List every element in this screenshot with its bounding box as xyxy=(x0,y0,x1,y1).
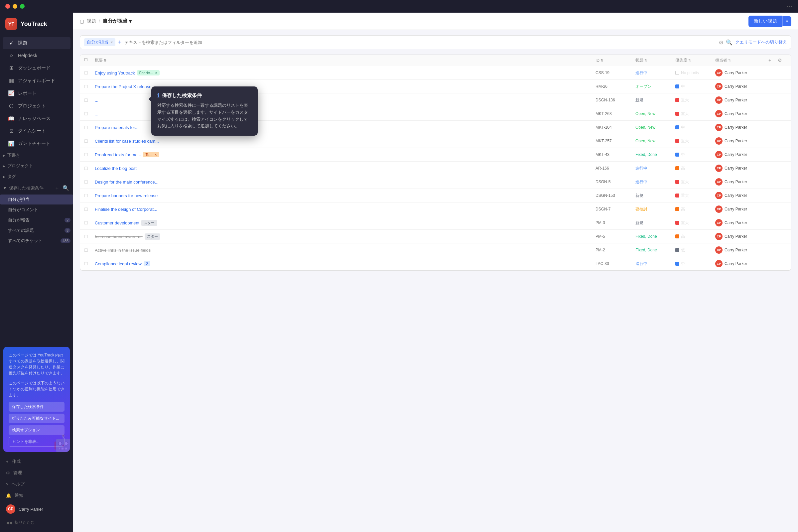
row-checkbox[interactable]: ☐ xyxy=(84,98,95,103)
saved-searches-toggle[interactable]: ▼ 保存した検索条件 xyxy=(3,185,43,191)
row-checkbox[interactable]: ☐ xyxy=(84,152,95,157)
query-mode-link[interactable]: クエリモードへの切り替え xyxy=(735,39,787,45)
saved-search-all-tickets[interactable]: すべてのチケット 485 xyxy=(0,236,73,246)
col-state[interactable]: 状態 ⇅ xyxy=(635,58,675,63)
col-summary[interactable]: 概要 ⇅ xyxy=(95,58,595,63)
row-checkbox[interactable]: ☐ xyxy=(84,84,95,89)
search-saved-searches-button[interactable]: 🔍 xyxy=(61,184,71,192)
assignee-avatar: CP xyxy=(715,206,723,213)
sidebar-create[interactable]: + 作成 xyxy=(3,456,71,467)
drafts-section[interactable]: ▶ 下書き xyxy=(0,150,73,160)
breadcrumb-issues[interactable]: 課題 xyxy=(87,18,96,24)
saved-search-reported[interactable]: 自分が報告 2 xyxy=(0,215,73,225)
sidebar-item-agile[interactable]: ▦ アジャイルボード xyxy=(3,75,71,87)
row-checkbox[interactable]: ☐ xyxy=(84,71,95,75)
row-checkbox[interactable]: ☐ xyxy=(84,166,95,171)
row-checkbox[interactable]: ☐ xyxy=(84,139,95,144)
issue-id[interactable]: DSGN-153 xyxy=(595,193,635,198)
saved-searches-section: ▼ 保存した検索条件 + 🔍 xyxy=(0,182,73,194)
tag-remove-icon[interactable]: × xyxy=(155,71,157,75)
new-issue-dropdown-button[interactable]: ▾ xyxy=(782,16,791,26)
issue-id[interactable]: CSS-19 xyxy=(595,71,635,75)
search-execute-icon[interactable]: 🔍 xyxy=(726,39,733,45)
sidebar-notifications[interactable]: 🔔 通知 xyxy=(3,490,71,501)
sidebar-item-helpdesk[interactable]: ○ Helpdesk xyxy=(3,50,71,61)
tags-section[interactable]: ▶ タグ xyxy=(0,171,73,182)
issue-id[interactable]: MKT-263 xyxy=(595,111,635,116)
issue-id[interactable]: PM-5 xyxy=(595,234,635,239)
issue-id[interactable]: DSGN-5 xyxy=(595,179,635,184)
maximize-button[interactable] xyxy=(20,4,25,8)
search-input[interactable] xyxy=(125,40,716,45)
add-saved-search-button[interactable]: + xyxy=(54,185,60,192)
issue-summary-cell[interactable]: Design for the main conference... xyxy=(95,179,595,185)
sidebar-item-dashboard[interactable]: ⊞ ダッシュボード xyxy=(3,62,71,74)
issue-id[interactable]: LAC-30 xyxy=(595,261,635,266)
add-filter-button[interactable]: + xyxy=(118,39,122,46)
issue-summary-cell[interactable]: Compliance legal review 2 xyxy=(95,261,595,266)
row-checkbox[interactable]: ☐ xyxy=(84,261,95,266)
row-checkbox[interactable]: ☐ xyxy=(84,248,95,253)
issue-summary-cell[interactable]: Finalise the design of Corporat... xyxy=(95,207,595,212)
assignee-name: Carry Parker xyxy=(724,193,747,198)
sidebar-item-knowledge[interactable]: 📖 ナレッジベース xyxy=(3,112,71,125)
row-checkbox[interactable]: ☐ xyxy=(84,234,95,239)
issue-summary-cell[interactable]: Localize the blog post xyxy=(95,166,595,171)
issue-id[interactable]: DSGN-136 xyxy=(595,98,635,102)
issue-id[interactable]: MKT-257 xyxy=(595,139,635,143)
filter-tag-remove[interactable]: × xyxy=(110,40,113,44)
hint-btn-saved-searches[interactable]: 保存した検索条件 xyxy=(8,402,64,412)
issue-summary-cell[interactable]: Enjoy using Youtrack For de... × xyxy=(95,70,595,75)
sidebar-item-reports-label: レポート xyxy=(18,91,37,96)
issue-summary-cell[interactable]: Clients list for case studies cam... xyxy=(95,139,595,144)
issue-id[interactable]: DSGN-7 xyxy=(595,207,635,211)
sidebar-item-projects[interactable]: ⬡ プロジェクト xyxy=(3,100,71,112)
issue-summary-cell[interactable]: Increase brand awaren... スター xyxy=(95,233,595,240)
breadcrumb-current[interactable]: 自分が担当 ▾ xyxy=(103,18,132,24)
col-assignee[interactable]: 担当者 ⇅ xyxy=(715,58,768,63)
issue-id[interactable]: AR-166 xyxy=(595,166,635,171)
sidebar-item-timesheet[interactable]: ⧖ タイムシート xyxy=(3,125,71,137)
issue-summary-cell[interactable]: Proofread texts for me... To... × xyxy=(95,152,595,157)
add-column-button[interactable]: + xyxy=(768,58,778,63)
col-priority[interactable]: 優先度 ⇅ xyxy=(675,58,715,63)
issue-id[interactable]: PM-3 xyxy=(595,221,635,225)
issue-id[interactable]: PM-2 xyxy=(595,248,635,252)
sidebar-item-reports[interactable]: 📈 レポート xyxy=(3,87,71,99)
issue-summary-cell[interactable]: Active links in the issue fields xyxy=(95,248,595,253)
new-issue-button[interactable]: 新しい課題 xyxy=(748,16,782,27)
assignee-cell: CP Carry Parker xyxy=(715,83,768,90)
projects-section[interactable]: ▶ プロジェクト xyxy=(0,160,73,171)
sidebar-help[interactable]: ? ヘルプ xyxy=(3,478,71,490)
hint-btn-collapsible[interactable]: 折りたたみ可能なサイド... xyxy=(8,414,64,423)
filter-options-icon[interactable]: ⊘ xyxy=(719,39,723,45)
col-id[interactable]: ID ⇅ xyxy=(595,58,635,63)
table-settings-button[interactable]: ⚙ xyxy=(778,58,787,63)
sidebar-item-issues[interactable]: ✓ 課題 xyxy=(3,37,71,49)
row-checkbox[interactable]: ☐ xyxy=(84,221,95,225)
close-button[interactable] xyxy=(5,4,10,8)
collapse-sidebar-button[interactable]: ◀◀ 折りたたむ xyxy=(3,517,71,528)
issue-state: Open, New xyxy=(635,125,675,130)
col-checkbox[interactable]: ☐ xyxy=(84,58,95,63)
saved-search-commented[interactable]: 自分がコメント xyxy=(0,205,73,215)
saved-search-mine[interactable]: 自分が担当 xyxy=(0,194,73,205)
sidebar-admin[interactable]: ⚙ 管理 xyxy=(3,467,71,478)
minimize-button[interactable] xyxy=(13,4,17,8)
row-checkbox[interactable]: ☐ xyxy=(84,111,95,116)
row-checkbox[interactable]: ☐ xyxy=(84,193,95,198)
issue-id[interactable]: MKT-43 xyxy=(595,152,635,157)
user-profile[interactable]: CP Carry Parker xyxy=(3,501,71,517)
row-checkbox[interactable]: ☐ xyxy=(84,125,95,130)
saved-search-all-issues[interactable]: すべての課題 8 xyxy=(0,225,73,235)
sidebar-item-gantt[interactable]: 📊 ガントチャート xyxy=(3,137,71,150)
sidebar-item-helpdesk-label: Helpdesk xyxy=(18,53,37,58)
tag-remove-icon[interactable]: × xyxy=(155,153,157,157)
row-checkbox[interactable]: ☐ xyxy=(84,179,95,185)
issue-summary-cell[interactable]: Customer development スター xyxy=(95,220,595,226)
issue-id[interactable]: RM-26 xyxy=(595,84,635,89)
row-checkbox[interactable]: ☐ xyxy=(84,207,95,212)
titlebar-menu-icon[interactable]: ⋯ xyxy=(787,3,793,10)
issue-id[interactable]: MKT-104 xyxy=(595,125,635,130)
issue-summary-cell[interactable]: Prepare banners for new release xyxy=(95,193,595,198)
